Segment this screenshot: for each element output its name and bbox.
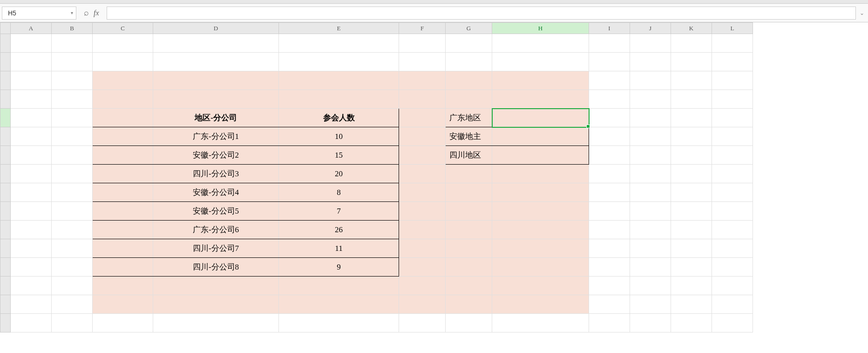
- cell-H5[interactable]: [492, 109, 589, 127]
- cell-E7[interactable]: 15: [279, 146, 399, 165]
- cell-K15[interactable]: [671, 295, 712, 314]
- cell-C11[interactable]: [93, 221, 153, 239]
- cell-E10[interactable]: 7: [279, 202, 399, 221]
- cell-L8[interactable]: [712, 165, 753, 183]
- cell-I12[interactable]: [589, 239, 630, 258]
- cell-H11[interactable]: [492, 221, 589, 239]
- cell-K14[interactable]: [671, 277, 712, 295]
- cell-C10[interactable]: [93, 202, 153, 221]
- cell-H13[interactable]: [492, 258, 589, 277]
- cell-C12[interactable]: [93, 239, 153, 258]
- cell-F16[interactable]: [399, 314, 446, 332]
- formula-expand-icon[interactable]: ⌄: [858, 10, 866, 16]
- cell-E5[interactable]: 参会人数: [279, 109, 399, 127]
- cell-G3[interactable]: [446, 71, 492, 90]
- cell-L11[interactable]: [712, 221, 753, 239]
- row-header[interactable]: [0, 277, 11, 295]
- cell-E6[interactable]: 10: [279, 127, 399, 146]
- cell-B13[interactable]: [52, 258, 93, 277]
- col-header-l[interactable]: L: [712, 23, 753, 34]
- cell-H12[interactable]: [492, 239, 589, 258]
- cell-G7[interactable]: 四川地区: [446, 146, 492, 165]
- cell-D15[interactable]: [153, 295, 279, 314]
- col-header-j[interactable]: J: [630, 23, 671, 34]
- cell-J12[interactable]: [630, 239, 671, 258]
- cell-L2[interactable]: [712, 53, 753, 71]
- cell-E16[interactable]: [279, 314, 399, 332]
- cell-F5[interactable]: [399, 109, 446, 127]
- cell-A16[interactable]: [11, 314, 52, 332]
- row-header[interactable]: [0, 127, 11, 146]
- cell-B5[interactable]: [52, 109, 93, 127]
- col-header-g[interactable]: G: [446, 23, 492, 34]
- cell-J10[interactable]: [630, 202, 671, 221]
- cell-F4[interactable]: [399, 90, 446, 109]
- row-header[interactable]: [0, 295, 11, 314]
- cell-D4[interactable]: [153, 90, 279, 109]
- row-header[interactable]: [0, 165, 11, 183]
- cell-J2[interactable]: [630, 53, 671, 71]
- cell-I4[interactable]: [589, 90, 630, 109]
- cell-K9[interactable]: [671, 183, 712, 202]
- cell-B3[interactable]: [52, 71, 93, 90]
- cell-B7[interactable]: [52, 146, 93, 165]
- col-header-c[interactable]: C: [93, 23, 153, 34]
- cell-F8[interactable]: [399, 165, 446, 183]
- cell-H2[interactable]: [492, 53, 589, 71]
- cell-A11[interactable]: [11, 221, 52, 239]
- cell-L1[interactable]: [712, 34, 753, 53]
- cell-L16[interactable]: [712, 314, 753, 332]
- row-header[interactable]: [0, 71, 11, 90]
- cell-D13[interactable]: 四川-分公司8: [153, 258, 279, 277]
- cell-B16[interactable]: [52, 314, 93, 332]
- cell-I6[interactable]: [589, 127, 630, 146]
- cell-H15[interactable]: [492, 295, 589, 314]
- cell-A2[interactable]: [11, 53, 52, 71]
- cell-C1[interactable]: [93, 34, 153, 53]
- cell-I15[interactable]: [589, 295, 630, 314]
- cell-B2[interactable]: [52, 53, 93, 71]
- cell-B14[interactable]: [52, 277, 93, 295]
- cell-L12[interactable]: [712, 239, 753, 258]
- cell-E12[interactable]: 11: [279, 239, 399, 258]
- cell-B9[interactable]: [52, 183, 93, 202]
- cell-H9[interactable]: [492, 183, 589, 202]
- cell-K5[interactable]: [671, 109, 712, 127]
- col-header-e[interactable]: E: [279, 23, 399, 34]
- cell-H8[interactable]: [492, 165, 589, 183]
- row-header[interactable]: [0, 146, 11, 165]
- cell-D11[interactable]: 广东-分公司6: [153, 221, 279, 239]
- name-box[interactable]: H5 ▾: [2, 7, 76, 20]
- cell-C8[interactable]: [93, 165, 153, 183]
- cell-I3[interactable]: [589, 71, 630, 90]
- cell-L6[interactable]: [712, 127, 753, 146]
- cell-J9[interactable]: [630, 183, 671, 202]
- cell-G8[interactable]: [446, 165, 492, 183]
- cell-C16[interactable]: [93, 314, 153, 332]
- cell-H7[interactable]: [492, 146, 589, 165]
- cell-K7[interactable]: [671, 146, 712, 165]
- row-header[interactable]: [0, 258, 11, 277]
- cell-G9[interactable]: [446, 183, 492, 202]
- col-header-k[interactable]: K: [671, 23, 712, 34]
- cell-J15[interactable]: [630, 295, 671, 314]
- cell-D8[interactable]: 四川-分公司3: [153, 165, 279, 183]
- cell-D3[interactable]: [153, 71, 279, 90]
- cell-A1[interactable]: [11, 34, 52, 53]
- cell-L10[interactable]: [712, 202, 753, 221]
- cell-K11[interactable]: [671, 221, 712, 239]
- col-header-f[interactable]: F: [399, 23, 446, 34]
- cell-K2[interactable]: [671, 53, 712, 71]
- cell-F3[interactable]: [399, 71, 446, 90]
- cell-K6[interactable]: [671, 127, 712, 146]
- cell-J5[interactable]: [630, 109, 671, 127]
- cell-G4[interactable]: [446, 90, 492, 109]
- cell-E4[interactable]: [279, 90, 399, 109]
- cell-K8[interactable]: [671, 165, 712, 183]
- row-header[interactable]: [0, 202, 11, 221]
- row-header[interactable]: [0, 109, 11, 127]
- name-box-dropdown-icon[interactable]: ▾: [71, 10, 73, 15]
- col-header-a[interactable]: A: [11, 23, 52, 34]
- cell-K10[interactable]: [671, 202, 712, 221]
- cell-C15[interactable]: [93, 295, 153, 314]
